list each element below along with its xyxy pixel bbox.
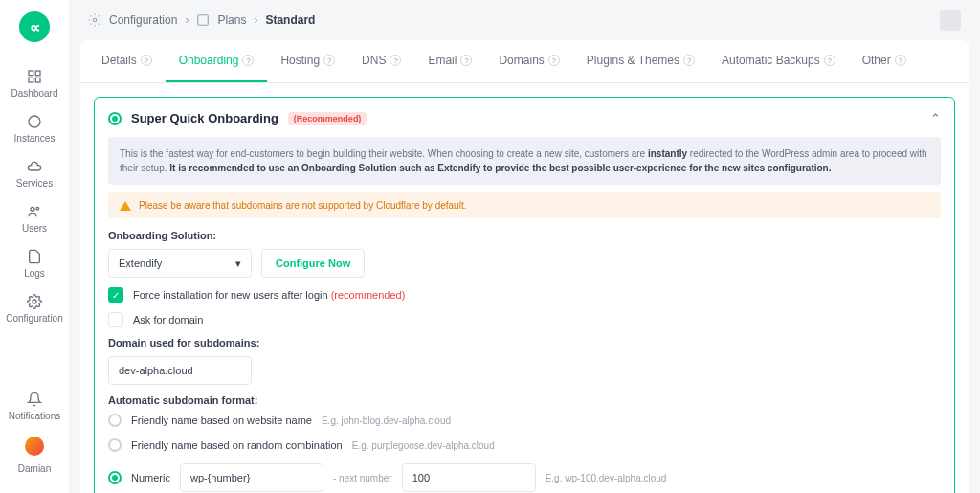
- format-radio-numeric[interactable]: [108, 471, 122, 484]
- breadcrumb-link[interactable]: Configuration: [109, 13, 177, 27]
- sidebar-item-label: Configuration: [6, 313, 62, 324]
- sidebar-item-label: Instances: [14, 133, 56, 144]
- domain-input[interactable]: [108, 356, 252, 385]
- format-opt3-label: Numeric: [131, 472, 170, 483]
- solution-label: Onboarding Solution:: [108, 230, 941, 241]
- domain-label: Domain used for subdomains:: [108, 337, 941, 348]
- numeric-prefix-input[interactable]: [180, 463, 323, 492]
- next-number-label: - next number: [333, 473, 392, 483]
- help-icon[interactable]: ?: [548, 55, 560, 66]
- sidebar-item-users[interactable]: Users: [0, 196, 69, 241]
- svg-rect-9: [198, 15, 209, 26]
- users-icon: [27, 204, 42, 219]
- force-install-checkbox[interactable]: ✓: [108, 287, 123, 303]
- sidebar-user-label: Damian: [18, 463, 51, 474]
- sidebar-item-label: Logs: [24, 268, 45, 279]
- info-box: This is the fastest way for end-customer…: [108, 137, 941, 185]
- chevron-right-icon: ›: [254, 13, 257, 27]
- sidebar-item-label: Services: [16, 178, 53, 189]
- svg-rect-0: [29, 71, 33, 76]
- warning-icon: [120, 201, 131, 211]
- sidebar-item-instances[interactable]: Instances: [0, 106, 69, 151]
- sidebar-user[interactable]: Damian: [0, 429, 69, 482]
- sidebar-item-notifications[interactable]: Notifications: [0, 384, 69, 429]
- tab-automatic-backups[interactable]: Automatic Backups?: [708, 40, 849, 82]
- configure-now-button[interactable]: Configure Now: [261, 249, 365, 278]
- svg-rect-3: [35, 78, 40, 82]
- solution-select[interactable]: Extendify ▾: [108, 249, 252, 278]
- svg-rect-2: [29, 78, 33, 82]
- cloud-icon: [27, 159, 42, 174]
- sidebar-item-services[interactable]: Services: [0, 151, 69, 196]
- chevron-right-icon: ›: [185, 13, 189, 27]
- warning-text: Please be aware that subdomains are not …: [139, 200, 466, 211]
- document-icon: [27, 249, 42, 264]
- svg-point-7: [33, 300, 36, 303]
- recommended-badge: (Recommended): [288, 112, 368, 125]
- sidebar: ∝ Dashboard Instances Services Users Log…: [0, 0, 69, 493]
- format-opt3-hint: E.g. wp-100.dev-alpha.cloud: [546, 473, 667, 483]
- tab-dns[interactable]: DNS?: [348, 40, 414, 82]
- format-radio-random-combo[interactable]: [108, 438, 122, 452]
- tab-other[interactable]: Other?: [849, 40, 920, 82]
- tab-plugins-themes[interactable]: Plugins & Themes?: [573, 40, 708, 82]
- panel-radio[interactable]: [108, 112, 122, 125]
- chevron-up-icon[interactable]: ⌃: [930, 111, 941, 125]
- format-opt2-label: Friendly name based on random combinatio…: [131, 439, 343, 451]
- numeric-next-input[interactable]: [402, 463, 536, 492]
- help-icon[interactable]: ?: [390, 55, 401, 66]
- topbar-action[interactable]: [940, 10, 961, 31]
- gear-icon: [88, 13, 101, 27]
- tab-details[interactable]: Details?: [88, 40, 166, 82]
- help-icon[interactable]: ?: [323, 55, 335, 66]
- wordpress-icon: [27, 114, 42, 129]
- sidebar-item-label: Dashboard: [11, 88, 58, 99]
- help-icon[interactable]: ?: [141, 55, 152, 66]
- svg-point-4: [29, 116, 40, 127]
- tab-email[interactable]: Email?: [414, 40, 485, 82]
- breadcrumb-current: Standard: [265, 13, 315, 27]
- help-icon[interactable]: ?: [824, 55, 835, 66]
- topbar: Configuration › Plans › Standard: [69, 0, 980, 40]
- format-opt1-label: Friendly name based on website name: [131, 415, 312, 426]
- plans-icon: [196, 13, 210, 27]
- svg-point-6: [36, 207, 39, 210]
- sidebar-item-label: Notifications: [9, 411, 60, 421]
- force-install-label: Force installation for new users after l…: [133, 289, 405, 301]
- breadcrumb: Configuration › Plans › Standard: [88, 13, 315, 27]
- sidebar-item-dashboard[interactable]: Dashboard: [0, 61, 69, 106]
- help-icon[interactable]: ?: [683, 55, 695, 66]
- tabs: Details? Onboarding? Hosting? DNS? Email…: [80, 40, 969, 83]
- svg-point-5: [31, 207, 34, 211]
- svg-rect-1: [35, 71, 40, 76]
- chevron-down-icon: ▾: [235, 258, 241, 270]
- avatar: [25, 437, 44, 456]
- app-logo[interactable]: ∝: [19, 11, 50, 42]
- ask-domain-checkbox[interactable]: [108, 312, 123, 327]
- gear-icon: [27, 294, 42, 309]
- help-icon[interactable]: ?: [460, 55, 472, 66]
- format-opt1-hint: E.g. john-blog.dev-alpha.cloud: [322, 415, 451, 426]
- warning-box: Please be aware that subdomains are not …: [108, 192, 941, 218]
- tab-onboarding[interactable]: Onboarding?: [166, 40, 268, 82]
- format-radio-website[interactable]: [108, 414, 122, 427]
- help-icon[interactable]: ?: [242, 55, 254, 66]
- onboarding-panel: Super Quick Onboarding (Recommended) ⌃ T…: [94, 97, 955, 493]
- breadcrumb-link[interactable]: Plans: [217, 13, 246, 27]
- svg-point-8: [93, 18, 97, 22]
- format-opt2-hint: E.g. purplegoose.dev-alpha.cloud: [352, 440, 495, 451]
- tab-hosting[interactable]: Hosting?: [267, 40, 348, 82]
- help-icon[interactable]: ?: [895, 55, 906, 66]
- ask-domain-label: Ask for domain: [133, 314, 203, 325]
- grid-icon: [27, 69, 42, 84]
- tab-domains[interactable]: Domains?: [485, 40, 572, 82]
- sidebar-item-label: Users: [22, 223, 47, 234]
- bell-icon: [27, 392, 42, 407]
- sidebar-item-configuration[interactable]: Configuration: [0, 286, 69, 331]
- panel-title: Super Quick Onboarding: [131, 111, 278, 125]
- format-label: Automatic subdomain format:: [108, 394, 941, 406]
- sidebar-item-logs[interactable]: Logs: [0, 241, 69, 286]
